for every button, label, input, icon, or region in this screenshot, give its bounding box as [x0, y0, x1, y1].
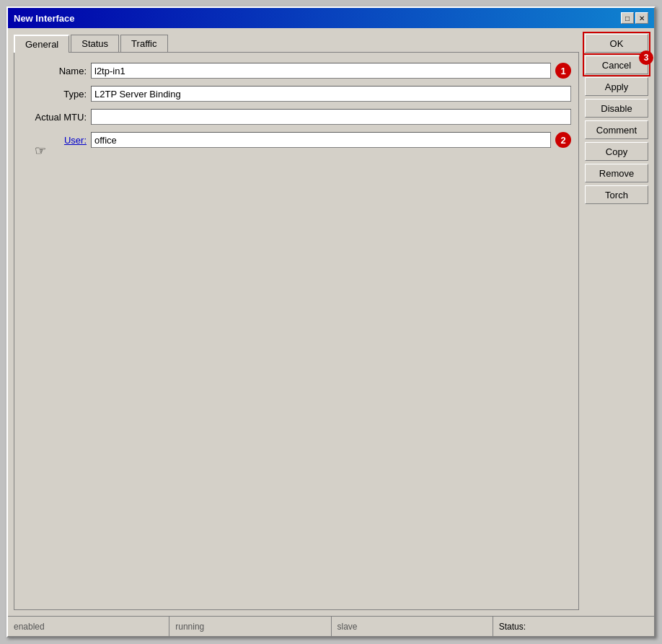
apply-button[interactable]: Apply	[585, 77, 648, 96]
status-bar: enabled running slave Status:	[8, 616, 654, 636]
user-label: User:	[22, 135, 87, 146]
user-input[interactable]	[91, 132, 551, 148]
disable-button[interactable]: Disable	[585, 99, 648, 118]
status-cell-2: running	[169, 617, 331, 636]
user-row: User: 2	[22, 132, 571, 148]
tab-traffic[interactable]: Traffic	[120, 35, 167, 53]
title-controls: □ ✕	[621, 12, 648, 24]
badge-3: 3	[639, 50, 653, 65]
type-row: Type:	[22, 86, 571, 102]
tab-general[interactable]: General	[14, 35, 69, 53]
tab-content: ☞ Name: 1 Type: Actual MTU:	[14, 52, 579, 610]
copy-button[interactable]: Copy	[585, 142, 648, 161]
ok-button[interactable]: OK	[585, 34, 648, 53]
tabs-bar: General Status Traffic	[14, 34, 579, 52]
mtu-label: Actual MTU:	[22, 112, 87, 123]
status-cell-1: enabled	[8, 617, 169, 636]
tab-status[interactable]: Status	[71, 35, 119, 53]
mtu-input[interactable]	[91, 109, 571, 125]
name-input[interactable]	[91, 63, 551, 79]
status-cell-4: Status:	[493, 617, 654, 636]
name-row: Name: 1	[22, 63, 571, 79]
name-label: Name:	[22, 66, 87, 76]
mtu-row: Actual MTU:	[22, 109, 571, 125]
maximize-button[interactable]: □	[621, 12, 634, 24]
main-window: New Interface □ ✕ General Status Traffic	[6, 6, 656, 638]
type-input[interactable]	[91, 86, 571, 102]
close-button[interactable]: ✕	[635, 12, 648, 24]
button-panel: OK Cancel 3 Apply Disable Comment Copy R	[585, 34, 648, 610]
remove-button[interactable]: Remove	[585, 164, 648, 182]
window-body: General Status Traffic ☞ Name: 1	[8, 28, 654, 616]
badge-2: 2	[555, 132, 571, 148]
cancel-button[interactable]: Cancel 3	[585, 56, 648, 74]
type-label: Type:	[22, 89, 87, 100]
comment-button[interactable]: Comment	[585, 120, 648, 139]
title-bar: New Interface □ ✕	[8, 8, 654, 28]
badge-1: 1	[555, 63, 571, 79]
window-title: New Interface	[14, 13, 75, 24]
status-cell-3: slave	[332, 617, 493, 636]
main-area: General Status Traffic ☞ Name: 1	[14, 34, 579, 610]
torch-button[interactable]: Torch	[585, 185, 648, 204]
